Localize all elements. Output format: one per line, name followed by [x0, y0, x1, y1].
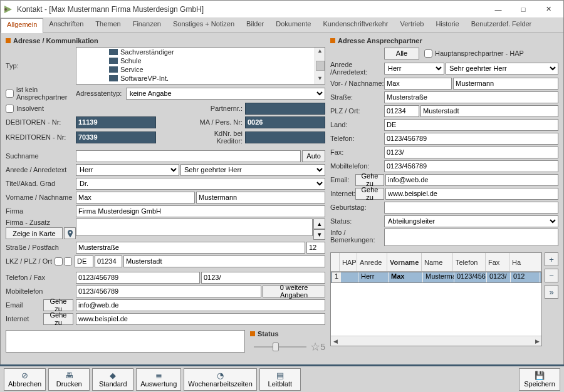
r-geb-input[interactable] [384, 202, 558, 214]
firma-zusatz-input[interactable] [76, 219, 313, 236]
hap-checkbox[interactable] [424, 49, 432, 58]
debitor-input[interactable] [76, 116, 156, 128]
plz-input[interactable] [95, 255, 122, 267]
r-ort-input[interactable] [420, 105, 558, 117]
suchname-input[interactable] [76, 150, 301, 162]
fax-input[interactable] [201, 272, 325, 284]
svg-point-0 [4, 8, 7, 11]
anredetext-select[interactable]: Sehr geehrter Herr [180, 164, 325, 176]
r-tel-input[interactable] [384, 133, 558, 145]
tab-historie[interactable]: Historie [430, 18, 465, 33]
footer-toolbar: ⊘Abbrechen 🖶Drucken ◆Standard ≣Auswertun… [0, 364, 564, 392]
tree-item[interactable]: +Test [91, 83, 325, 85]
tab-allgemein[interactable]: Allgemein [1, 18, 43, 33]
mobil-input[interactable] [76, 286, 261, 297]
table-row[interactable]: 1 Herr Max Musterma 0123/456 0123/ 012 [331, 272, 541, 283]
r-info-input[interactable] [384, 229, 558, 246]
nachname-input[interactable] [196, 192, 325, 204]
report-button[interactable]: ≣Auswertung [136, 368, 181, 391]
contact-table[interactable]: HAP Anrede Vorname Name Telefon Fax Ha 1… [330, 252, 542, 346]
r-vorname-input[interactable] [384, 78, 452, 90]
tree-item[interactable]: Service [91, 65, 325, 74]
email-goto-button[interactable]: Gehe zu [43, 299, 73, 311]
r-anredetext-select[interactable]: Sehr geehrter Herr [446, 63, 558, 75]
r-anrede-select[interactable]: Herr [384, 63, 444, 75]
insolvent-checkbox[interactable] [6, 105, 14, 113]
close-button[interactable]: ✕ [536, 1, 561, 18]
tab-dokumente[interactable]: Dokumente [270, 18, 317, 33]
hausnr-input[interactable] [306, 242, 325, 254]
left-section-header: Adresse / Kommunikation [6, 37, 325, 44]
tree-item[interactable]: Schule [91, 56, 325, 65]
map-button[interactable]: Zeige in Karte [6, 227, 63, 239]
strasse-label: Straße / Postfach [6, 244, 76, 251]
minimize-button[interactable]: ― [486, 1, 511, 18]
lkz-check1[interactable] [55, 257, 63, 266]
expand-button[interactable]: » [545, 285, 558, 299]
weitere-angaben-button[interactable]: 0 weitere Angaben [263, 286, 325, 297]
r-internet-input[interactable] [385, 188, 558, 200]
tab-sonstiges[interactable]: Sonstiges + Notizen [167, 18, 241, 33]
auto-button[interactable]: Auto [302, 150, 325, 162]
ma-label: MA / Pers. Nr: [189, 118, 245, 126]
kdnr-input[interactable] [245, 132, 325, 143]
zusatz-down-button[interactable]: ▾ [313, 229, 325, 240]
r-strasse-input[interactable] [384, 91, 558, 103]
r-email-goto-button[interactable]: Gehe zu [355, 174, 384, 186]
r-land-input[interactable] [384, 119, 558, 131]
notes-textarea[interactable] [6, 330, 245, 353]
alle-button[interactable]: Alle [384, 48, 419, 59]
tab-finanzen[interactable]: Finanzen [127, 18, 167, 33]
kreditor-input[interactable] [76, 132, 156, 143]
vorname-label: Vorname / Nachname [6, 193, 76, 201]
save-button[interactable]: 💾Speichern [519, 368, 560, 391]
timesheet-button[interactable]: ◔Wochenarbeitszeiten [184, 368, 257, 391]
vorname-input[interactable] [76, 192, 195, 204]
typ-tree[interactable]: Sachverständiger Schule Service Software… [76, 47, 325, 85]
remove-row-button[interactable]: − [545, 269, 558, 282]
tab-themen[interactable]: Themen [90, 18, 127, 33]
tree-item[interactable]: Sachverständiger [91, 48, 325, 56]
ma-input[interactable] [245, 116, 325, 128]
no-contact-checkbox[interactable] [6, 90, 14, 98]
strasse-input[interactable] [76, 242, 305, 254]
r-plz-input[interactable] [384, 105, 419, 117]
cancel-button[interactable]: ⊘Abbrechen [4, 368, 46, 391]
map-pin-icon[interactable] [64, 227, 76, 239]
internet-goto-button[interactable]: Gehe zu [43, 313, 73, 325]
tab-benutzerdef[interactable]: Benutzerdef. Felder [466, 18, 538, 33]
r-status-select[interactable]: Abteilungsleiter [384, 215, 558, 227]
tel-input[interactable] [76, 272, 200, 284]
add-row-button[interactable]: + [545, 252, 558, 266]
standard-button[interactable]: ◆Standard [92, 368, 133, 391]
maximize-button[interactable]: □ [511, 1, 536, 18]
firma-input[interactable] [76, 205, 325, 217]
r-vorname-label: Vor- / Nachname: [330, 80, 384, 87]
tab-vertrieb[interactable]: Vertrieb [394, 18, 430, 33]
lkz-input[interactable] [75, 255, 93, 267]
partnernr-input[interactable] [245, 103, 325, 115]
anrede-select[interactable]: Herr [76, 164, 179, 176]
leitblatt-button[interactable]: ▤Leitblatt [259, 368, 301, 391]
table-hscroll[interactable]: ◀▶ [331, 336, 541, 346]
r-email-input[interactable] [385, 174, 558, 186]
r-internet-goto-button[interactable]: Gehe zu [355, 188, 384, 200]
email-input[interactable] [76, 299, 325, 311]
zusatz-up-button[interactable]: ▴ [313, 219, 325, 229]
tree-item[interactable]: SoftwareVP-Int. [91, 74, 325, 83]
tab-anschriften[interactable]: Anschriften [43, 18, 90, 33]
kdnr-label: KdNr. bei Kreditor: [189, 130, 245, 145]
r-mobil-input[interactable] [384, 160, 558, 172]
titel-select[interactable]: Dr. [76, 178, 325, 190]
r-fax-input[interactable] [384, 147, 558, 158]
print-button[interactable]: 🖶Drucken [48, 368, 90, 391]
ort-input[interactable] [123, 255, 325, 267]
tree-scrollbar[interactable]: ▲▼ [315, 48, 325, 84]
internet-input[interactable] [76, 313, 325, 325]
status-slider[interactable] [254, 346, 306, 348]
lkz-check2[interactable] [64, 257, 72, 266]
adressatentyp-select[interactable]: keine Angabe [126, 88, 325, 100]
r-nachname-input[interactable] [453, 78, 558, 90]
tab-bilder[interactable]: Bilder [241, 18, 270, 33]
tab-kundenschrift[interactable]: Kundenschriftverkehr [318, 18, 395, 33]
